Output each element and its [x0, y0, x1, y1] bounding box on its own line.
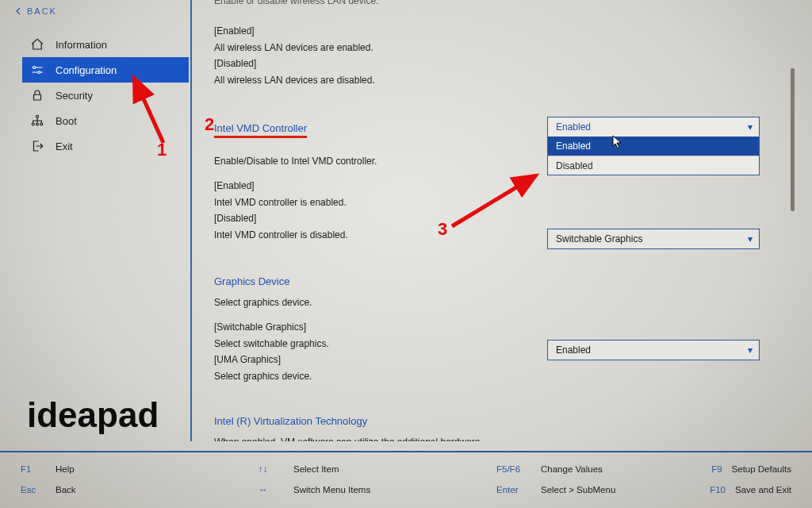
sidebar-item-label: Security [56, 90, 93, 102]
wlan-line: [Enabled] [214, 24, 515, 39]
section-title-vmd: Intel VMD Controller [214, 122, 307, 138]
main-panel: Enable or disable wireless LAN device. [… [206, 0, 799, 441]
section-title-graphics: Graphics Device [214, 275, 791, 287]
section-title-virt: Intel (R) Virtualization Technology [214, 415, 791, 427]
dropdown-selected-label: Enabled [556, 344, 591, 356]
vmd-line: [Enabled] [214, 179, 515, 194]
wlan-line: All wireless LAN devices are disabled. [214, 73, 515, 88]
vmd-line: Intel VMD controller is disabled. [214, 228, 515, 243]
svg-rect-2 [34, 94, 41, 100]
key-label: Select Item [293, 464, 339, 474]
dropdown-selected-label: Enabled [556, 121, 591, 133]
scrollbar-thumb[interactable] [791, 68, 795, 211]
graphics-description: Select graphics device. [Switchable Grap… [214, 295, 515, 383]
vmd-option-disabled[interactable]: Disabled [548, 156, 759, 175]
chevron-down-icon: ▾ [748, 121, 753, 133]
svg-point-1 [38, 71, 40, 74]
vmd-description: Enable/Disable to Intel VMD controller. … [214, 154, 515, 242]
brand-logo: ideapad [27, 395, 159, 435]
wlan-line: All wireless LAN devices are enabled. [214, 40, 515, 56]
key-label: Change Values [541, 464, 603, 474]
svg-point-3 [36, 115, 39, 117]
vertical-divider [190, 0, 192, 441]
scrollbar[interactable] [791, 21, 795, 433]
graphics-line: Select graphics device. [214, 369, 515, 384]
back-link[interactable]: BACK [14, 6, 57, 16]
chevron-left-icon [14, 7, 22, 15]
annotation-number-1: 1 [157, 140, 167, 160]
dropdown-selected-label: Switchable Graphics [556, 233, 642, 244]
sidebar-item-label: Boot [56, 115, 77, 127]
key-hint: F9 [700, 464, 722, 474]
key-hint: F10 [703, 485, 726, 495]
wlan-description: [Enabled] All wireless LAN devices are e… [214, 24, 515, 87]
graphics-line: [UMA Graphics] [214, 352, 515, 368]
svg-point-4 [32, 123, 34, 125]
key-label: Select > SubMenu [541, 485, 615, 495]
sliders-icon [30, 63, 44, 77]
lock-icon [30, 88, 44, 102]
virt-description: When enabled, VM software can utilize th… [214, 435, 515, 441]
graphics-line: Select graphics device. [214, 295, 515, 310]
annotation-number-3: 3 [438, 219, 447, 240]
virt-dropdown[interactable]: Enabled ▾ [547, 340, 760, 360]
key-hint: F5/F6 [496, 464, 531, 474]
cutoff-text: Enable or disable wireless LAN device. [214, 0, 791, 6]
chevron-down-icon: ▾ [748, 344, 753, 356]
sidebar-item-label: Configuration [56, 64, 117, 76]
leftright-arrows-icon: ↔ [259, 485, 284, 495]
back-label: BACK [27, 6, 57, 16]
svg-point-5 [36, 123, 39, 125]
key-hint: Esc [21, 485, 46, 495]
vmd-option-enabled[interactable]: Enabled [548, 137, 759, 156]
sidebar-item-label: Information [56, 39, 107, 51]
wlan-line: [Disabled] [214, 56, 515, 71]
chevron-down-icon: ▾ [748, 233, 753, 244]
key-label: Switch Menu Items [293, 485, 370, 495]
updown-arrows-icon: ↑↓ [259, 464, 284, 474]
virt-line: When enabled, VM software can utilize th… [214, 435, 515, 441]
vmd-line: Enable/Disable to Intel VMD controller. [214, 154, 515, 169]
svg-point-0 [33, 67, 36, 69]
sidebar-item-boot[interactable]: Boot [22, 108, 189, 133]
graphics-line: [Switchable Graphics] [214, 320, 515, 335]
vmd-line: Intel VMD controller is enabled. [214, 195, 515, 210]
svg-point-6 [40, 123, 43, 125]
exit-icon [30, 139, 44, 153]
key-label: Save and Exit [735, 485, 791, 495]
vmd-dropdown-open[interactable]: Enabled ▾ Enabled Disabled [547, 117, 760, 175]
vmd-line: [Disabled] [214, 211, 515, 226]
home-icon [30, 37, 44, 52]
option-label: Enabled [556, 140, 591, 152]
sidebar-item-label: Exit [56, 140, 73, 152]
vmd-dropdown-selected[interactable]: Enabled ▾ [548, 117, 759, 137]
graphics-dropdown[interactable]: Switchable Graphics ▾ [547, 229, 760, 249]
key-hint: F1 [21, 464, 46, 474]
key-hint: Enter [496, 485, 531, 495]
key-label: Setup Defaults [732, 464, 791, 474]
graphics-line: Select switchable graphics. [214, 337, 515, 352]
sidebar-item-security[interactable]: Security [22, 83, 189, 108]
sidebar-item-configuration[interactable]: Configuration [22, 57, 189, 83]
annotation-number-2: 2 [205, 114, 214, 135]
sidebar-item-information[interactable]: Information [22, 32, 189, 57]
footer-help-bar: F1Help ↑↓Select Item F5/F6Change Values … [0, 451, 812, 508]
option-label: Disabled [556, 160, 593, 171]
key-label: Help [56, 464, 75, 474]
hierarchy-icon [30, 114, 44, 128]
key-label: Back [56, 485, 76, 495]
